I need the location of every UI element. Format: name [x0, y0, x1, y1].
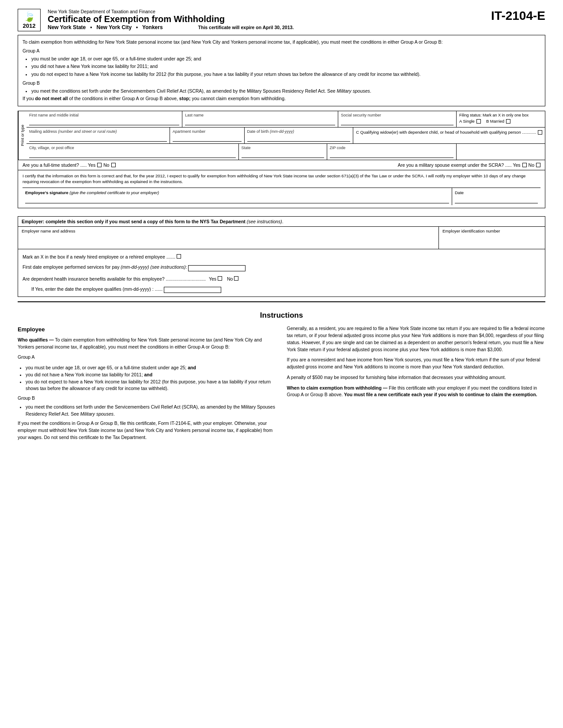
fields-row-1: First name and middle initial Last name …: [26, 111, 545, 128]
employer-name-cell: Employer name and address: [18, 227, 439, 249]
subtitle-city: New York City: [97, 24, 132, 30]
header-right: IT-2104-E: [491, 9, 545, 23]
employer-header-bold: Employer: complete this section only if …: [22, 219, 246, 224]
ssn-input[interactable]: [341, 118, 453, 125]
health-date-label: If Yes, enter the date the employee qual…: [31, 286, 162, 292]
health-no-label: No: [227, 276, 233, 281]
option-a-checkbox[interactable]: [476, 119, 481, 124]
student-yes-checkbox[interactable]: [97, 163, 102, 167]
signature-input[interactable]: [25, 195, 449, 203]
health-q: Are dependent health insurance benefits …: [23, 276, 206, 281]
year-label: 2012: [23, 23, 36, 29]
health-date-input[interactable]: [164, 287, 221, 293]
apt-cell: Apartment number: [170, 128, 245, 143]
subtitle-yonkers: Yonkers: [142, 24, 162, 30]
dob-input[interactable]: [247, 135, 351, 142]
first-date-input[interactable]: [188, 265, 246, 271]
health-yes-checkbox[interactable]: [218, 276, 222, 281]
list-item: you must be under age 18, or over age 65…: [31, 56, 540, 63]
health-row: Are dependent health insurance benefits …: [23, 275, 540, 283]
info-footer: If you do not meet all of the conditions…: [23, 95, 540, 102]
mark-x-checkbox[interactable]: [177, 254, 181, 259]
form-subtitle: New York State • New York City • Yonkers…: [48, 24, 491, 30]
expire-text: This certificate will expire on April 30…: [198, 25, 294, 30]
ssn-label: Social security number: [341, 113, 453, 117]
city-cell: City, village, or post office: [26, 144, 239, 160]
sig-row: Employee's signature (give the completed…: [23, 188, 540, 205]
dept-line: New York State Department of Taxation an…: [48, 9, 491, 14]
student-no-checkbox[interactable]: [111, 163, 116, 167]
print-label: Print or type: [18, 111, 26, 160]
employee-section-title: Employee: [18, 325, 276, 334]
employer-extra: Mark an X in the box if a newly hired em…: [18, 249, 545, 297]
list-item: you did not have a New York income tax l…: [31, 63, 540, 70]
employer-header: Employer: complete this section only if …: [18, 217, 545, 227]
ssn-cell: Social security number: [338, 111, 457, 127]
city-input[interactable]: [29, 151, 236, 158]
option-b-row: B Married: [486, 119, 510, 124]
state-cell: State: [239, 144, 327, 160]
apt-input[interactable]: [173, 135, 242, 142]
scra-no-checkbox[interactable]: [536, 163, 540, 167]
list-item: you do not expect to have a New York inc…: [31, 71, 540, 78]
student-no-label: No: [103, 162, 109, 168]
mailing-input[interactable]: [29, 135, 167, 142]
inst-group-b-list: you meet the conditions set forth under …: [26, 404, 276, 418]
student-part: Are you a full-time student? ..... Yes N…: [23, 162, 116, 168]
option-c-checkbox[interactable]: [538, 130, 542, 135]
instructions-title: Instructions: [18, 311, 545, 320]
last-name-label: Last name: [185, 113, 335, 117]
empty-cell: [457, 144, 545, 160]
group-a-list: you must be under age 18, or over age 65…: [31, 56, 540, 78]
inst-right-para1: Generally, as a resident, you are requir…: [287, 325, 546, 353]
instructions-section: Instructions Employee Who qualifies — To…: [18, 311, 545, 444]
employer-fields-row: Employer name and address Employer ident…: [18, 227, 545, 249]
health-no-checkbox[interactable]: [234, 276, 238, 281]
date-label: Date: [455, 190, 538, 195]
subtitle-state: New York State: [48, 24, 86, 30]
inst-right-col: Generally, as a resident, you are requir…: [287, 325, 546, 444]
who-qualifies-text: To claim exemption from withholding for …: [18, 337, 262, 349]
fields-row-2: Mailing address (number and street or ru…: [26, 128, 545, 144]
health-date-row: If Yes, enter the date the employee qual…: [23, 285, 540, 293]
last-name-input[interactable]: [185, 118, 335, 125]
option-c-cell: C Qualifying widow(er) with dependent ch…: [353, 128, 545, 143]
first-name-input[interactable]: [29, 118, 179, 125]
form-title: Certificate of Exemption from Withholdin…: [48, 14, 491, 24]
inst-right-when: When to claim exemption from withholding…: [287, 385, 546, 399]
form-id: IT-2104-E: [491, 9, 545, 23]
first-name-label: First name and middle initial: [29, 113, 179, 117]
mailing-cell: Mailing address (number and street or ru…: [26, 128, 170, 143]
dot2: •: [136, 24, 138, 30]
state-label: State: [242, 146, 324, 150]
option-b-checkbox[interactable]: [506, 119, 510, 124]
who-qualifies-bold: Who qualifies —: [18, 337, 54, 342]
certify-section: I certify that the information on this f…: [18, 170, 545, 208]
date-cell: Date: [452, 188, 540, 205]
zip-label: ZIP code: [330, 146, 454, 150]
employer-header-italic: (see instructions): [247, 219, 282, 224]
dob-label: Date of birth (mm-dd-yyyy): [247, 129, 351, 134]
certify-text: I certify that the information on this f…: [23, 173, 540, 185]
list-item: you must be under age 18, or over age 65…: [26, 364, 276, 372]
sig-cell: Employee's signature (give the completed…: [23, 188, 452, 205]
last-name-cell: Last name: [182, 111, 338, 127]
first-name-cell: First name and middle initial: [26, 111, 182, 127]
health-yes-label: Yes: [209, 276, 216, 281]
divider: [18, 301, 545, 302]
option-a-label: A Single: [459, 119, 475, 124]
who-qualifies-para: Who qualifies — To claim exemption from …: [18, 337, 276, 351]
first-date-label: First date employee performed services f…: [23, 264, 187, 270]
inst-left-col: Employee Who qualifies — To claim exempt…: [18, 325, 276, 444]
instructions-cols: Employee Who qualifies — To claim exempt…: [18, 325, 545, 444]
scra-yes-checkbox[interactable]: [522, 163, 527, 167]
dot1: •: [90, 24, 92, 30]
fields-grid: First name and middle initial Last name …: [26, 111, 545, 160]
option-a-row: A Single: [459, 119, 481, 124]
inst-group-b-label: Group B: [18, 395, 276, 402]
zip-input[interactable]: [330, 151, 454, 158]
state-input[interactable]: [242, 151, 324, 158]
info-box: To claim exemption from withholding for …: [18, 35, 545, 106]
date-input[interactable]: [455, 195, 538, 203]
when-bold: When to claim exemption from withholding…: [287, 385, 388, 390]
